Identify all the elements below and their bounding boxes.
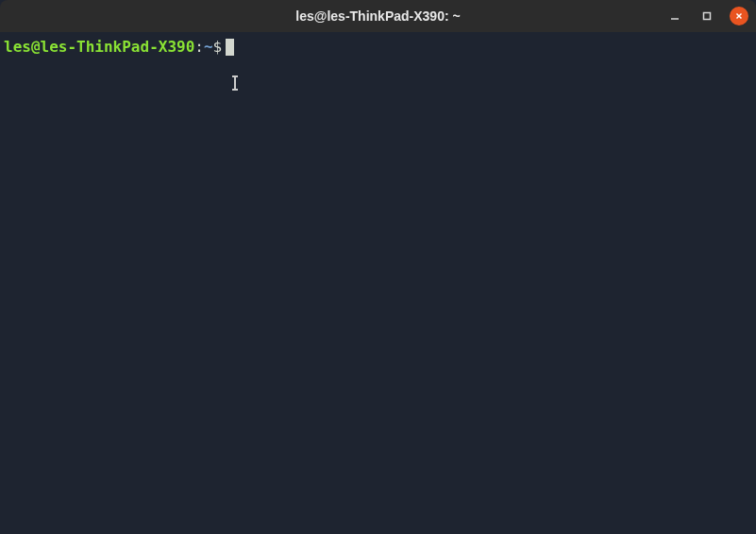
text-cursor-icon [232,75,240,91]
prompt-separator: : [194,38,204,58]
window-titlebar: les@les-ThinkPad-X390: ~ [0,0,756,32]
close-icon [734,11,744,21]
minimize-icon [670,11,680,21]
minimize-button[interactable] [665,7,684,25]
terminal-area[interactable]: les@les-ThinkPad-X390:~$ [0,32,756,534]
prompt-user-host: les@les-ThinkPad-X390 [4,38,194,58]
window-controls [665,7,748,25]
maximize-button[interactable] [697,7,716,25]
prompt-cwd: ~ [204,38,213,58]
prompt-line: les@les-ThinkPad-X390:~$ [4,38,752,58]
svg-rect-1 [704,13,711,20]
close-button[interactable] [730,7,748,25]
prompt-symbol: $ [213,38,223,58]
maximize-icon [702,11,712,21]
window-title: les@les-ThinkPad-X390: ~ [295,8,460,24]
terminal-cursor [226,39,234,56]
